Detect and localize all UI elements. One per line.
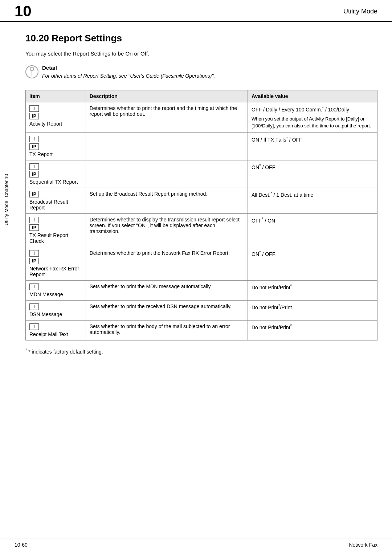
badge-ip: IP — [29, 113, 39, 119]
section-title: 10.20 Report Settings — [25, 33, 377, 44]
footnote: * * indicates factory default setting. — [25, 348, 377, 355]
footer-left: 10-60 — [15, 542, 28, 548]
badge-ip: IP — [29, 143, 39, 150]
item-cell: IIPSequential TX Report — [26, 160, 86, 188]
badge-i: I — [29, 217, 39, 223]
badge-i: I — [29, 105, 39, 112]
badge-i: I — [29, 303, 39, 310]
badge-ip: IP — [29, 171, 39, 177]
badge-i: I — [29, 136, 39, 142]
header-title: Utility Mode — [343, 8, 377, 15]
item-cell: IIPTX Result Report Check — [26, 213, 86, 247]
table-row: IIPActivity ReportDetermines whether to … — [26, 102, 377, 133]
table-row: IIPTX Result Report CheckDetermines whet… — [26, 213, 377, 247]
main-content: 10.20 Report Settings You may select the… — [0, 22, 392, 376]
description-cell: Sets whether to print the body of the ma… — [86, 320, 248, 340]
table-row: IPBroadcast Result ReportSet up the Broa… — [26, 188, 377, 213]
available-value-cell: OFF / Daily / Every 100 Comm.* / 100/Dai… — [248, 102, 377, 133]
item-name: Sequential TX Report — [29, 179, 82, 185]
detail-text: For other items of Report Setting, see "… — [42, 72, 215, 80]
item-cell: IReceipt Mail Text — [26, 320, 86, 340]
table-header-row: Item Description Available value — [26, 90, 377, 102]
chapter-number: 10 — [15, 4, 32, 19]
badge-i: I — [29, 323, 39, 330]
detail-box: Detail For other items of Report Setting… — [25, 65, 377, 80]
available-note: When you set the output of Activity Repo… — [252, 115, 373, 130]
item-cell: IIPNetwork Fax RX Error Report — [26, 247, 86, 280]
badge-ip: IP — [29, 191, 39, 197]
badge-ip: IP — [29, 258, 39, 264]
col-header-item: Item — [26, 90, 86, 102]
badge-i: I — [29, 250, 39, 257]
sidebar: Chapter 10 Utility Mode — [0, 109, 13, 290]
item-cell: IPBroadcast Result Report — [26, 188, 86, 213]
badge-i: I — [29, 283, 39, 290]
table-row: IDSN MessageSets whether to print the re… — [26, 300, 377, 320]
description-cell: Determines whether to print the Network … — [86, 247, 248, 280]
description-cell — [86, 160, 248, 188]
available-value-cell: ON* / OFF — [248, 160, 377, 188]
description-cell: Set up the Broadcast Result Report print… — [86, 188, 248, 213]
settings-table: Item Description Available value IIPActi… — [25, 90, 377, 340]
page-header: 10 Utility Mode — [0, 0, 392, 22]
table-row: IIPNetwork Fax RX Error ReportDetermines… — [26, 247, 377, 280]
item-name: Network Fax RX Error Report — [29, 266, 82, 277]
detail-icon — [25, 65, 38, 78]
item-name: Broadcast Result Report — [29, 199, 82, 211]
available-value-cell: Do not Print/Print* — [248, 320, 377, 340]
table-row: IMDN MessageSets whether to print the MD… — [26, 280, 377, 300]
table-row: IIPTX ReportON / If TX Fails* / OFF — [26, 132, 377, 160]
item-name: TX Result Report Check — [29, 232, 82, 244]
item-name: Receipt Mail Text — [29, 331, 82, 337]
available-value-cell: All Dest.* / 1 Dest. at a time — [248, 188, 377, 213]
description-cell: Sets whether to print the received DSN m… — [86, 300, 248, 320]
item-name: MDN Message — [29, 291, 82, 297]
col-header-available: Available value — [248, 90, 377, 102]
available-value-cell: Do not Print/Print* — [248, 280, 377, 300]
detail-content: Detail For other items of Report Setting… — [42, 65, 215, 80]
item-name: Activity Report — [29, 121, 82, 127]
item-cell: IIPTX Report — [26, 132, 86, 160]
description-cell: Sets whether to print the MDN message au… — [86, 280, 248, 300]
table-row: IIPSequential TX ReportON* / OFF — [26, 160, 377, 188]
item-cell: IIPActivity Report — [26, 102, 86, 133]
description-cell: Determines whether to print the report a… — [86, 102, 248, 133]
sidebar-chapter-label: Chapter 10 — [4, 174, 9, 197]
sidebar-mode-label: Utility Mode — [4, 201, 9, 225]
available-value-cell: Do not Print*/Print — [248, 300, 377, 320]
col-header-description: Description — [86, 90, 248, 102]
available-value-cell: ON / If TX Fails* / OFF — [248, 132, 377, 160]
detail-label: Detail — [42, 65, 215, 71]
badge-ip: IP — [29, 224, 39, 231]
item-name: DSN Message — [29, 311, 82, 317]
table-row: IReceipt Mail TextSets whether to print … — [26, 320, 377, 340]
item-cell: IMDN Message — [26, 280, 86, 300]
item-name: TX Report — [29, 151, 82, 157]
intro-text: You may select the Report Settings to be… — [25, 50, 377, 57]
footer-right: Network Fax — [349, 542, 377, 548]
badge-i: I — [29, 163, 39, 170]
description-cell: Determines whether to display the transm… — [86, 213, 248, 247]
available-value-cell: ON* / OFF — [248, 247, 377, 280]
item-cell: IDSN Message — [26, 300, 86, 320]
available-value-cell: OFF* / ON — [248, 213, 377, 247]
description-cell — [86, 132, 248, 160]
page-footer: 10-60 Network Fax — [0, 539, 392, 548]
